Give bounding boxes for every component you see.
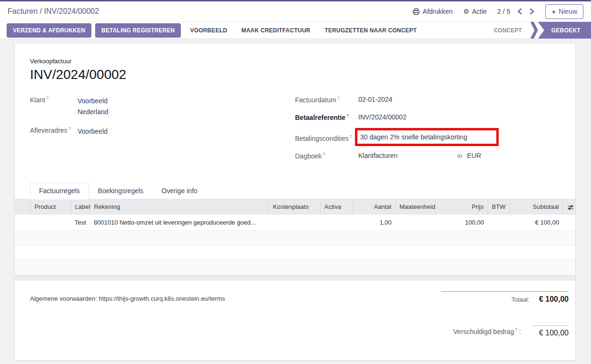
factuurdatum-value[interactable]: 02-01-2024 [358, 95, 393, 103]
chevron-left-icon[interactable] [517, 8, 522, 15]
document-type-label: Verkoopfactuur [30, 58, 560, 65]
help-icon: ? [337, 96, 339, 100]
tab-factuurregels[interactable]: Factuurregels [30, 183, 89, 199]
col-product[interactable]: Product [30, 199, 71, 215]
col-aantal[interactable]: Aantal [353, 199, 395, 215]
help-icon: ? [515, 327, 517, 332]
state-arrow-icon [531, 22, 538, 39]
col-kostenplaats[interactable]: Kostenplaats [269, 199, 320, 215]
tab-overige-info[interactable]: Overige info [152, 183, 206, 199]
col-maateenheid[interactable]: Maateenheid [395, 199, 435, 215]
field-dagboek: Dagboek? Klantfacturen in EUR [295, 151, 560, 161]
col-btw[interactable]: BTW [488, 199, 510, 215]
form-view-background: Verkoopfactuur INV/2024/00002 Klant? Voo… [0, 39, 591, 364]
invoice-lines-table: Product Label Rekening Kostenplaats Acti… [15, 199, 576, 275]
empty-row [15, 230, 576, 245]
betalingscondities-value[interactable]: 30 dagen 2% snelle betalingskorting [360, 133, 467, 141]
col-handle [15, 199, 30, 215]
col-prijs[interactable]: Prijs [435, 199, 488, 215]
table-end-band [15, 275, 575, 281]
status-widget: CONCEPT GEBOEKT [485, 22, 591, 39]
betalingscondities-highlight-box: 30 dagen 2% snelle betalingskorting [355, 128, 499, 146]
row-handle [15, 215, 30, 231]
afleveradres-label: Afleveradres? [30, 125, 78, 134]
dagboek-label: Dagboek? [295, 151, 358, 160]
breadcrumb[interactable]: Facturen / INV/2024/00002 [8, 7, 99, 16]
cell-product[interactable] [30, 215, 71, 231]
reset-to-draft-button[interactable]: TERUGZETTEN NAAR CONCEPT [319, 24, 422, 37]
empty-row [15, 245, 576, 260]
record-pager: 2 / 5 [497, 8, 535, 15]
empty-row [15, 260, 576, 275]
print-button[interactable]: Afdrukken [413, 8, 453, 15]
betaalreferentie-value[interactable]: INV/2024/00002 [358, 112, 406, 121]
cell-prijs[interactable]: 100,00 [435, 215, 488, 231]
klant-label: Klant? [30, 95, 78, 104]
tab-boekingsregels[interactable]: Boekingsregels [89, 183, 153, 199]
cell-activa[interactable] [320, 215, 353, 231]
register-payment-button[interactable]: BETALING REGISTREREN [95, 23, 181, 38]
pager-count: 2 / 5 [497, 8, 510, 15]
gear-icon: ⚙ [463, 8, 469, 15]
klant-value[interactable]: Voorbeeld [78, 96, 108, 107]
help-icon: ? [346, 113, 349, 118]
action-label: Actie [472, 8, 487, 15]
printer-icon [413, 8, 420, 15]
totals-block: Totaal: € 100,00 Verschuldigd bedrag? : … [441, 291, 569, 337]
action-menu-button[interactable]: ⚙ Actie [463, 8, 487, 15]
cell-label[interactable]: Test [71, 215, 90, 231]
factuurdatum-label: Factuurdatum? [295, 95, 358, 104]
help-icon: ? [46, 96, 49, 100]
cell-btw[interactable] [488, 215, 510, 231]
total-label: Totaal: [511, 296, 529, 303]
field-afleveradres: Afleveradres? Voorbeeld [30, 125, 295, 137]
help-icon: ? [350, 134, 352, 139]
statusbar: VERZEND & AFDRUKKEN BETALING REGISTREREN… [0, 21, 591, 39]
cell-maateenheid[interactable] [395, 215, 435, 231]
help-icon: ? [323, 152, 325, 157]
afleveradres-value[interactable]: Voorbeeld [78, 126, 108, 137]
col-label[interactable]: Label [71, 199, 90, 215]
sliders-icon [567, 203, 574, 210]
col-activa[interactable]: Activa [320, 199, 353, 215]
plus-icon: + [552, 8, 556, 16]
amount-due-label: Verschuldigd bedrag? : [453, 327, 521, 335]
dagboek-in-label: in [457, 152, 462, 159]
invoice-sheet: Verkoopfactuur INV/2024/00002 Klant? Voo… [14, 43, 576, 361]
col-rekening[interactable]: Rekening [90, 199, 269, 215]
invoice-line-row[interactable]: Test 8001010 Netto-omzet uit leveringen … [15, 215, 576, 231]
cell-aantal[interactable]: 1,00 [353, 215, 395, 231]
print-label: Afdrukken [423, 8, 453, 15]
field-betalingscondities: Betalingscondities? 30 dagen 2% snelle b… [295, 131, 560, 146]
notebook-tabs: Factuurregels Boekingsregels Overige inf… [15, 183, 575, 199]
dagboek-currency[interactable]: EUR [467, 152, 481, 159]
field-klant: Klant? Voorbeeld Nederland [30, 95, 295, 118]
new-label: Nieuw [559, 8, 577, 15]
send-print-button[interactable]: VERZEND & AFDRUKKEN [7, 23, 91, 38]
amount-due-value: € 100,00 [532, 325, 569, 337]
cell-subtotaal[interactable]: € 100,00 [510, 215, 563, 231]
cell-kostenplaats[interactable] [269, 215, 320, 231]
invoice-title: INV/2024/00002 [30, 67, 560, 82]
control-panel: Facturen / INV/2024/00002 Afdrukken ⚙ Ac… [0, 1, 591, 21]
preview-button[interactable]: VOORBEELD [185, 24, 232, 37]
field-factuurdatum: Factuurdatum? 02-01-2024 [295, 95, 560, 105]
new-button[interactable]: + Nieuw [545, 4, 583, 19]
field-betaalreferentie: Betaalreferentie? INV/2024/00002 [295, 112, 560, 123]
optional-columns-button[interactable] [563, 199, 576, 215]
total-value: € 100,00 [539, 295, 569, 304]
cell-rekening[interactable]: 8001010 Netto-omzet uit leveringen gepro… [90, 215, 269, 231]
col-subtotaal[interactable]: Subtotaal [510, 199, 563, 215]
state-concept[interactable]: CONCEPT [485, 22, 531, 39]
help-icon: ? [69, 126, 71, 131]
betaalreferentie-label: Betaalreferentie? [295, 112, 358, 121]
klant-country: Nederland [78, 107, 108, 118]
betalingscondities-label: Betalingscondities? [295, 131, 358, 142]
state-geboekt: GEBOEKT [538, 22, 591, 39]
credit-note-button[interactable]: MAAK CREDITFACTUUR [236, 24, 315, 37]
terms-text: Algemene voorwaarden: https://thijs-grow… [15, 291, 225, 337]
chevron-right-icon[interactable] [529, 8, 535, 15]
dagboek-value[interactable]: Klantfacturen [358, 152, 457, 159]
